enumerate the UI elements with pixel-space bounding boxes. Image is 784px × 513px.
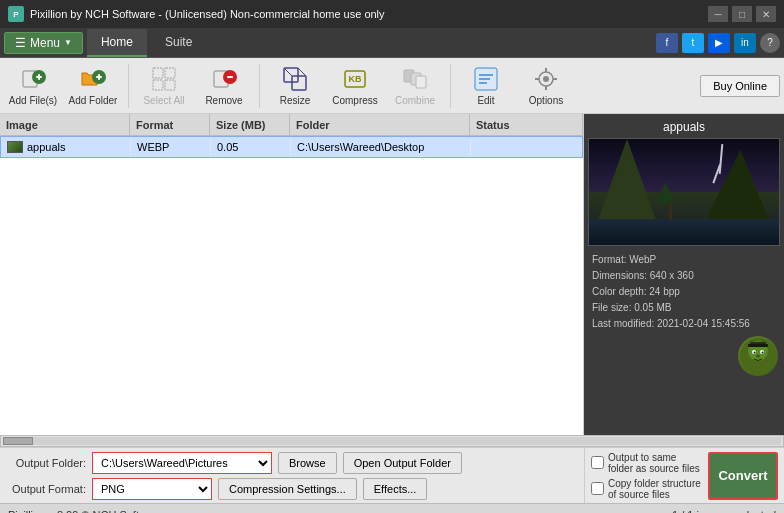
edit-label: Edit <box>477 95 494 106</box>
svg-rect-6 <box>98 74 100 80</box>
edit-button[interactable]: Edit <box>457 61 515 111</box>
svg-rect-22 <box>416 76 426 88</box>
file-list-body: appuals WEBP 0.05 C:\Users\Wareed\Deskto… <box>0 136 583 435</box>
toolbar-separator-2 <box>259 64 260 108</box>
help-button[interactable]: ? <box>760 33 780 53</box>
svg-rect-3 <box>38 74 40 80</box>
effects-button[interactable]: Effects... <box>363 478 428 500</box>
svg-rect-8 <box>165 68 175 78</box>
linkedin-button[interactable]: in <box>734 33 756 53</box>
combine-button[interactable]: Combine <box>386 61 444 111</box>
youtube-button[interactable]: ▶ <box>708 33 730 53</box>
output-checkboxes: Output to same folder as source files Co… <box>591 452 704 500</box>
copy-folder-row: Copy folder structure of source files <box>591 478 704 500</box>
title-bar-left: P Pixillion by NCH Software - (Unlicense… <box>8 6 385 22</box>
col-header-folder[interactable]: Folder <box>290 114 470 135</box>
edit-icon <box>472 65 500 93</box>
compress-label: Compress <box>332 95 378 106</box>
same-folder-label: Output to same folder as source files <box>608 452 704 474</box>
file-list-header: Image Format Size (MB) Folder Status <box>0 114 583 136</box>
maximize-button[interactable]: □ <box>732 6 752 22</box>
water-element <box>589 219 779 246</box>
title-bar: P Pixillion by NCH Software - (Unlicense… <box>0 0 784 28</box>
convert-button[interactable]: Convert <box>708 452 778 500</box>
svg-rect-9 <box>153 80 163 90</box>
version-text: Pixillion v 8.09 © NCH Software <box>8 509 163 514</box>
add-folder-button[interactable]: Add Folder <box>64 61 122 111</box>
col-header-image[interactable]: Image <box>0 114 130 135</box>
facebook-button[interactable]: f <box>656 33 678 53</box>
add-files-button[interactable]: Add File(s) <box>4 61 62 111</box>
options-button[interactable]: Options <box>517 61 575 111</box>
output-folder-row: Output Folder: C:\Users\Wareed\Pictures … <box>6 452 578 474</box>
same-folder-checkbox[interactable] <box>591 456 604 469</box>
status-bar: Pixillion v 8.09 © NCH Software 1 / 1 im… <box>0 503 784 513</box>
preview-panel: appuals Format: WebP Dimensions: 640 x 3… <box>584 114 784 435</box>
main-content: Image Format Size (MB) Folder Status app… <box>0 114 784 435</box>
window-title: Pixillion by NCH Software - (Unlicensed)… <box>30 8 385 20</box>
format-select[interactable]: PNG <box>92 478 212 500</box>
minimize-button[interactable]: ─ <box>708 6 728 22</box>
svg-line-16 <box>284 68 292 76</box>
svg-point-41 <box>756 355 760 358</box>
resize-icon <box>281 65 309 93</box>
output-format-row: Output Format: PNG Compression Settings.… <box>6 478 578 500</box>
format-label: Output Format: <box>6 483 86 495</box>
nav-right: f t ▶ in ? <box>656 33 780 53</box>
col-header-format[interactable]: Format <box>130 114 210 135</box>
options-label: Options <box>529 95 563 106</box>
select-all-button[interactable]: Select All <box>135 61 193 111</box>
full-output: Output Folder: C:\Users\Wareed\Pictures … <box>0 447 784 503</box>
same-folder-row: Output to same folder as source files <box>591 452 704 474</box>
select-all-label: Select All <box>143 95 184 106</box>
svg-point-39 <box>754 352 756 354</box>
svg-rect-36 <box>748 344 768 347</box>
scroll-thumb[interactable] <box>3 437 33 445</box>
resize-label: Resize <box>280 95 311 106</box>
browse-button[interactable]: Browse <box>278 452 337 474</box>
svg-rect-7 <box>153 68 163 78</box>
tab-suite[interactable]: Suite <box>151 29 206 57</box>
add-folder-label: Add Folder <box>69 95 118 106</box>
cell-format: WEBP <box>131 139 211 155</box>
table-row[interactable]: appuals WEBP 0.05 C:\Users\Wareed\Deskto… <box>0 136 583 158</box>
select-all-icon <box>150 65 178 93</box>
preview-file-size: File size: 0.05 MB <box>592 300 776 316</box>
tab-home[interactable]: Home <box>87 29 147 57</box>
cell-size: 0.05 <box>211 139 291 155</box>
remove-button[interactable]: Remove <box>195 61 253 111</box>
copy-folder-label: Copy folder structure of source files <box>608 478 704 500</box>
menu-label: Menu <box>30 36 60 50</box>
close-button[interactable]: ✕ <box>756 6 776 22</box>
preview-container <box>588 138 780 246</box>
copy-folder-checkbox[interactable] <box>591 482 604 495</box>
open-output-button[interactable]: Open Output Folder <box>343 452 462 474</box>
add-folder-icon <box>79 65 107 93</box>
scroll-track <box>3 437 781 445</box>
combine-icon <box>401 65 429 93</box>
preview-dimensions: Dimensions: 640 x 360 <box>592 268 776 284</box>
app-icon: P <box>8 6 24 22</box>
col-header-status[interactable]: Status <box>470 114 583 135</box>
svg-line-17 <box>298 68 306 76</box>
menu-button[interactable]: ☰ Menu ▼ <box>4 32 83 54</box>
combine-label: Combine <box>395 95 435 106</box>
toolbar-separator-3 <box>450 64 451 108</box>
mascot <box>738 336 778 376</box>
preview-title: appuals <box>588 118 780 138</box>
twitter-button[interactable]: t <box>682 33 704 53</box>
col-header-size[interactable]: Size (MB) <box>210 114 290 135</box>
horizontal-scrollbar[interactable] <box>0 435 784 447</box>
svg-point-28 <box>543 76 549 82</box>
buy-online-button[interactable]: Buy Online <box>700 75 780 97</box>
folder-select[interactable]: C:\Users\Wareed\Pictures <box>92 452 272 474</box>
compress-button[interactable]: KB Compress <box>326 61 384 111</box>
resize-button[interactable]: Resize <box>266 61 324 111</box>
svg-point-40 <box>762 352 764 354</box>
toolbar-separator-1 <box>128 64 129 108</box>
selection-text: 1 / 1 images selected <box>672 509 776 514</box>
add-files-icon <box>19 65 47 93</box>
svg-text:KB: KB <box>349 74 362 84</box>
svg-rect-10 <box>165 80 175 90</box>
compression-settings-button[interactable]: Compression Settings... <box>218 478 357 500</box>
